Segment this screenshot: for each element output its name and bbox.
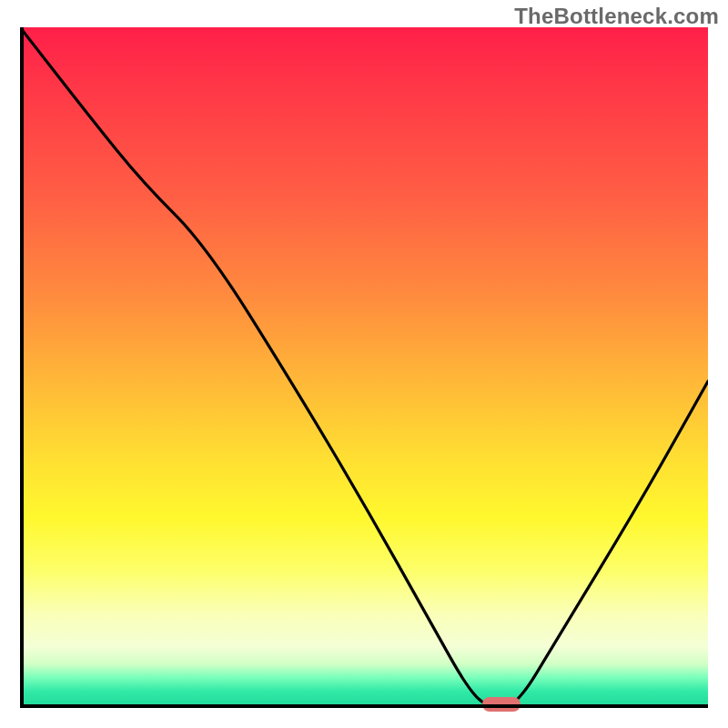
- bottleneck-curve: [20, 27, 708, 708]
- plot-area: [20, 27, 708, 708]
- optimal-marker: [482, 697, 521, 712]
- chart-container: TheBottleneck.com: [0, 0, 728, 728]
- curve-path: [20, 27, 708, 708]
- watermark-text: TheBottleneck.com: [514, 4, 719, 29]
